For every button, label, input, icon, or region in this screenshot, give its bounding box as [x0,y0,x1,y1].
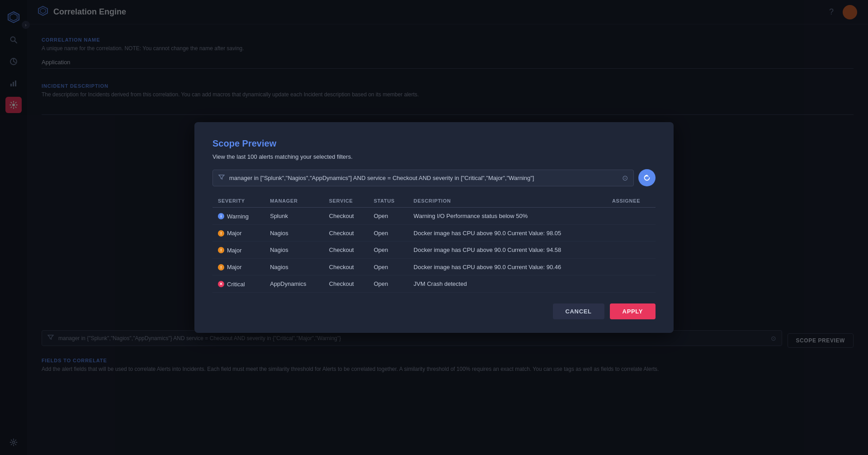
cell-manager: Splunk [264,208,324,225]
apply-button[interactable]: APPLY [610,303,656,319]
scope-preview-modal: Scope Preview View the last 100 alerts m… [194,122,674,333]
table-body: iWarningSplunkCheckoutOpenWarning I/O Pe… [212,208,656,293]
modal-overlay: Scope Preview View the last 100 alerts m… [0,0,868,455]
cell-description: Docker image has CPU above 90.0 Current … [408,242,607,259]
cell-description: Docker image has CPU above 90.0 Current … [408,224,607,242]
cell-description: Warning I/O Performance status below 50% [408,208,607,225]
cell-assignee [607,208,656,225]
col-status: STATUS [368,194,408,208]
modal-filter-input[interactable] [229,175,622,181]
table-row: !MajorNagiosCheckoutOpenDocker image has… [212,258,656,275]
cell-severity: !Major [212,224,264,242]
cell-status: Open [368,208,408,225]
modal-filter-input-wrap: ⊙ [212,170,634,186]
col-description: DESCRIPTION [408,194,607,208]
cell-service: Checkout [324,258,368,275]
cell-severity: iWarning [212,208,264,225]
cell-status: Open [368,275,408,293]
table-row: !MajorNagiosCheckoutOpenDocker image has… [212,224,656,242]
cell-status: Open [368,258,408,275]
modal-title: Scope Preview [212,138,656,149]
cell-assignee [607,258,656,275]
cell-service: Checkout [324,208,368,225]
cancel-button[interactable]: CANCEL [553,303,604,319]
col-severity: SEVERITY [212,194,264,208]
cell-assignee [607,275,656,293]
cell-status: Open [368,224,408,242]
cell-service: Checkout [324,275,368,293]
modal-filter-row: ⊙ [212,169,656,186]
cell-service: Checkout [324,224,368,242]
col-service: SERVICE [324,194,368,208]
cell-assignee [607,224,656,242]
cell-assignee [607,242,656,259]
table-row: iWarningSplunkCheckoutOpenWarning I/O Pe… [212,208,656,225]
table-row: !MajorNagiosCheckoutOpenDocker image has… [212,242,656,259]
modal-filter-clear-icon[interactable]: ⊙ [622,174,628,182]
cell-service: Checkout [324,242,368,259]
cell-status: Open [368,242,408,259]
cell-manager: Nagios [264,242,324,259]
cell-manager: Nagios [264,224,324,242]
cell-manager: AppDynamics [264,275,324,293]
table-header: SEVERITY MANAGER SERVICE STATUS DESCRIPT… [212,194,656,208]
cell-description: JVM Crash detected [408,275,607,293]
cell-severity: !Major [212,258,264,275]
cell-severity: !Major [212,242,264,259]
col-manager: MANAGER [264,194,324,208]
modal-actions: CANCEL APPLY [212,303,656,319]
modal-subtitle: View the last 100 alerts matching your s… [212,153,656,160]
cell-manager: Nagios [264,258,324,275]
modal-filter-icon [218,174,225,182]
cell-severity: ✕Critical [212,275,264,293]
alerts-table: SEVERITY MANAGER SERVICE STATUS DESCRIPT… [212,194,656,293]
cell-description: Docker image has CPU above 90.0 Current … [408,258,607,275]
col-assignee: ASSIGNEE [607,194,656,208]
modal-refresh-button[interactable] [638,169,656,186]
table-row: ✕CriticalAppDynamicsCheckoutOpenJVM Cras… [212,275,656,293]
